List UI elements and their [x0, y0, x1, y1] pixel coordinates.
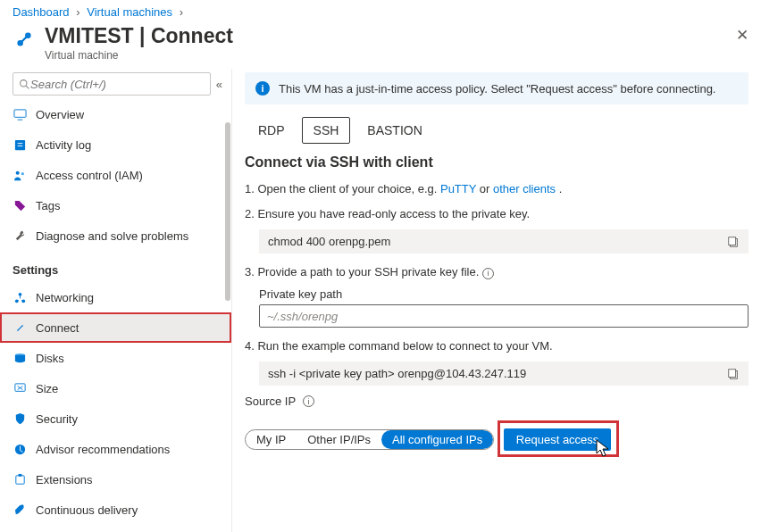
- private-key-label: Private key path: [259, 287, 748, 301]
- pill-other-ips[interactable]: Other IP/IPs: [297, 430, 381, 449]
- sidebar-item-label: Diagnose and solve problems: [36, 229, 188, 243]
- ssh-command: ssh -i <private key path> orenpg@104.43.…: [259, 362, 748, 386]
- connect-icon: [13, 28, 36, 51]
- search-input[interactable]: [30, 78, 205, 91]
- pill-all-configured-ips[interactable]: All configured IPs: [381, 430, 493, 449]
- sidebar-item-label: Security: [36, 412, 78, 426]
- copy-icon[interactable]: [727, 368, 740, 380]
- step-3: 3. Provide a path to your SSH private ke…: [245, 262, 748, 282]
- svg-point-10: [21, 171, 23, 174]
- step-1: 1. Open the client of your choice, e.g. …: [245, 179, 748, 199]
- source-ip-label: Source IP: [245, 395, 296, 408]
- link-putty[interactable]: PuTTY: [440, 182, 476, 195]
- size-icon: [13, 382, 27, 395]
- chmod-command: chmod 400 orenpg.pem: [259, 229, 748, 254]
- search-input-wrapper[interactable]: [13, 72, 211, 96]
- sidebar-item-label: Connect: [36, 321, 79, 335]
- advisor-icon: [13, 443, 27, 456]
- request-access-button[interactable]: Request access: [504, 428, 612, 451]
- tab-ssh[interactable]: SSH: [302, 117, 351, 144]
- sidebar-item-access-control[interactable]: Access control (IAM): [0, 160, 231, 190]
- collapse-sidebar-icon[interactable]: «: [216, 78, 222, 91]
- breadcrumb-virtual-machines[interactable]: Virtual machines: [87, 5, 172, 19]
- sidebar-item-label: Activity log: [36, 138, 91, 152]
- ssh-heading: Connect via SSH with client: [245, 154, 748, 170]
- sidebar-item-security[interactable]: Security: [0, 403, 231, 434]
- sidebar-item-tags[interactable]: Tags: [0, 190, 231, 220]
- code-text: ssh -i <private key path> orenpg@104.43.…: [268, 367, 526, 380]
- page-header: VMITEST | Connect Virtual machine ✕: [0, 21, 761, 69]
- sidebar-item-label: Size: [36, 382, 58, 395]
- tab-bastion[interactable]: BASTION: [355, 117, 433, 144]
- svg-rect-17: [15, 475, 23, 483]
- main-content: i This VM has a just-in-time access poli…: [232, 69, 761, 532]
- sidebar-item-connect[interactable]: Connect: [0, 312, 231, 343]
- log-icon: [13, 138, 27, 152]
- link-other-clients[interactable]: other clients: [493, 182, 556, 195]
- svg-rect-22: [729, 369, 736, 377]
- sidebar-item-label: Continuous delivery: [36, 503, 138, 517]
- step-2: 2. Ensure you have read-only access to t…: [245, 204, 748, 224]
- close-button[interactable]: ✕: [736, 26, 748, 45]
- svg-line-3: [26, 86, 29, 88]
- sidebar-item-diagnose[interactable]: Diagnose and solve problems: [0, 220, 231, 251]
- sidebar-item-extensions[interactable]: Extensions: [0, 464, 231, 495]
- extension-icon: [13, 473, 27, 486]
- sidebar-item-label: Disks: [36, 352, 64, 365]
- disk-icon: [13, 352, 27, 365]
- connect-tabs: RDP SSH BASTION: [245, 117, 748, 144]
- sidebar-item-networking[interactable]: Networking: [0, 282, 231, 312]
- code-text: chmod 400 orenpg.pem: [268, 235, 390, 248]
- breadcrumb: Dashboard › Virtual machines ›: [0, 0, 761, 21]
- scrollbar-thumb[interactable]: [225, 122, 230, 301]
- svg-point-9: [15, 170, 19, 174]
- sidebar-item-continuous-delivery[interactable]: Continuous delivery: [0, 495, 231, 525]
- tag-icon: [13, 199, 27, 212]
- banner-text: This VM has a just-in-time access policy…: [279, 82, 715, 96]
- sidebar-item-label: Extensions: [36, 473, 93, 486]
- svg-rect-4: [13, 109, 25, 116]
- page-title: VMITEST | Connect: [45, 24, 233, 47]
- chevron-right-icon: ›: [180, 5, 183, 19]
- source-ip-selector: My IP Other IP/IPs All configured IPs: [245, 429, 494, 450]
- sidebar-item-label: Networking: [36, 291, 94, 304]
- info-icon[interactable]: i: [303, 395, 314, 407]
- wrench-icon: [13, 229, 27, 243]
- info-icon: i: [255, 81, 270, 96]
- sidebar-section-settings: Settings: [0, 251, 231, 282]
- svg-point-2: [21, 79, 27, 86]
- search-icon: [19, 79, 30, 90]
- info-icon[interactable]: i: [482, 268, 494, 279]
- pill-my-ip[interactable]: My IP: [246, 430, 297, 449]
- people-icon: [13, 169, 27, 182]
- sidebar-item-label: Advisor recommendations: [36, 443, 170, 456]
- jit-access-banner: i This VM has a just-in-time access poli…: [245, 72, 748, 104]
- rocket-icon: [13, 503, 27, 517]
- private-key-path-input[interactable]: [259, 304, 748, 328]
- svg-rect-20: [729, 237, 736, 245]
- step-4: 4. Run the example command below to conn…: [245, 337, 748, 356]
- breadcrumb-dashboard[interactable]: Dashboard: [13, 5, 70, 19]
- sidebar-item-size[interactable]: Size: [0, 373, 231, 403]
- sidebar-item-overview[interactable]: Overview: [0, 99, 231, 129]
- sidebar-item-activity-log[interactable]: Activity log: [0, 129, 231, 160]
- svg-rect-18: [18, 473, 21, 476]
- tab-rdp[interactable]: RDP: [247, 117, 297, 144]
- svg-rect-6: [14, 139, 24, 149]
- monitor-icon: [13, 108, 27, 121]
- resource-type: Virtual machine: [45, 49, 233, 62]
- sidebar-item-label: Overview: [36, 108, 84, 121]
- sidebar: « Overview Activity log Access control (…: [0, 69, 232, 532]
- shield-icon: [13, 412, 27, 426]
- network-icon: [13, 291, 27, 304]
- sidebar-item-label: Tags: [36, 199, 60, 212]
- sidebar-item-label: Access control (IAM): [36, 169, 143, 182]
- request-access-highlight: Request access: [498, 420, 620, 457]
- svg-point-11: [18, 292, 21, 295]
- copy-icon[interactable]: [727, 236, 740, 248]
- sidebar-item-disks[interactable]: Disks: [0, 343, 231, 373]
- connect-icon: [13, 321, 27, 335]
- chevron-right-icon: ›: [76, 5, 79, 19]
- sidebar-item-advisor[interactable]: Advisor recommendations: [0, 434, 231, 464]
